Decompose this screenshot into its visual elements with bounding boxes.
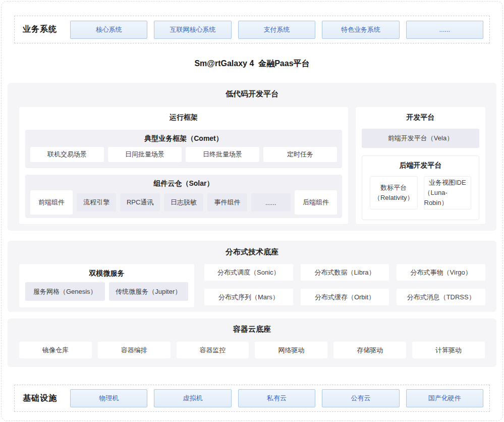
container-cloud-section: 容器云底座 镜像仓库 容器编排 容器监控 网络驱动 存储驱动 计算驱动	[8, 319, 496, 367]
dual-mode-item: 传统微服务（Jupiter）	[109, 282, 189, 301]
business-systems-label: 业务系统	[15, 24, 65, 35]
container-cloud-title: 容器云底座	[8, 319, 496, 334]
distributed-item: 分布式缓存（Orbit）	[301, 289, 389, 305]
container-cloud-item: 容器编排	[98, 342, 171, 358]
comet-item: 日终批量场景	[186, 147, 259, 162]
runtime-framework-title: 运行框架	[19, 107, 348, 122]
dual-mode-card: 双模微服务 服务网格（Genesis） 传统微服务（Jupiter）	[19, 264, 194, 307]
solar-back-item: 后端组件	[295, 190, 337, 215]
comet-item: 联机交易场景	[30, 147, 104, 162]
distributed-items: 分布式调度（Sonic） 分布式数据（Libra） 分布式事物（Virgo） 分…	[204, 264, 485, 305]
business-system-box: 特色业务系统	[322, 21, 399, 39]
container-cloud-item: 镜像仓库	[19, 342, 92, 358]
backend-item-line: （Luna-Robin）	[424, 188, 471, 208]
infrastructure-box: 虚拟机	[154, 389, 231, 407]
backend-dev-platform-box: 后端开发平台 数标平台 （Relativity） 业务视图IDE （Luna-R…	[362, 155, 479, 220]
dual-mode-title: 双模微服务	[19, 264, 194, 278]
solar-component-box: 组件云仓（Solar） 前端组件 流程引擎 RPC通讯 日志脱敏 事件组件 ..…	[25, 175, 342, 218]
distributed-item: 分布式数据（Libra）	[301, 264, 389, 281]
comet-items: 联机交易场景 日间批量场景 日终批量场景 定时任务	[25, 147, 342, 162]
solar-item: RPC通讯	[120, 193, 159, 212]
architecture-diagram: 业务系统 核心系统 互联网核心系统 支付系统 特色业务系统 ...... Sm@…	[0, 0, 504, 422]
solar-front-item: 前端组件	[30, 190, 73, 215]
dual-mode-item: 服务网格（Genesis）	[25, 282, 105, 301]
business-systems-band: 业务系统 核心系统 互联网核心系统 支付系统 特色业务系统 ......	[14, 16, 490, 43]
backend-dev-item: 数标平台 （Relativity）	[370, 176, 418, 209]
business-system-box: ......	[406, 21, 483, 39]
runtime-framework-card: 运行框架 典型业务框架（Comet） 联机交易场景 日间批量场景 日终批量场景 …	[19, 107, 348, 224]
infrastructure-box: 私有云	[238, 389, 315, 407]
low-code-section: 低代码开发平台 运行框架 典型业务框架（Comet） 联机交易场景 日间批量场景…	[8, 83, 496, 231]
distributed-title: 分布式技术底座	[8, 241, 496, 257]
dual-mode-items: 服务网格（Genesis） 传统微服务（Jupiter）	[19, 282, 194, 301]
container-cloud-item: 计算驱动	[412, 342, 485, 358]
infrastructure-label: 基础设施	[15, 393, 65, 404]
solar-items: 前端组件 流程引擎 RPC通讯 日志脱敏 事件组件 ...... 后端组件	[25, 190, 342, 215]
backend-dev-item: 业务视图IDE （Luna-Robin）	[424, 176, 472, 209]
infrastructure-box: 国产化硬件	[406, 389, 483, 407]
solar-item: 流程引擎	[77, 193, 116, 212]
platform-title: Sm@rtGalaxy 4 金融Paas平台	[0, 59, 504, 69]
comet-item: 定时任务	[263, 147, 337, 162]
distributed-item: 分布式序列（Mars）	[204, 289, 293, 305]
container-cloud-items: 镜像仓库 容器编排 容器监控 网络驱动 存储驱动 计算驱动	[8, 342, 496, 358]
backend-item-line: （Relativity）	[374, 193, 414, 203]
distributed-item: 分布式消息（TDRSS）	[397, 289, 485, 305]
container-cloud-item: 容器监控	[177, 342, 249, 358]
vela-platform-box: 前端开发平台（Vela）	[362, 129, 479, 148]
business-system-box: 支付系统	[238, 21, 315, 39]
comet-item: 日间批量场景	[108, 147, 182, 162]
backend-item-line: 数标平台	[380, 183, 407, 193]
infrastructure-box: 物理机	[70, 389, 147, 407]
solar-item: 日志脱敏	[164, 193, 203, 212]
infrastructure-box: 公有云	[322, 389, 399, 407]
solar-item: 事件组件	[207, 193, 247, 212]
comet-framework-box: 典型业务框架（Comet） 联机交易场景 日间批量场景 日终批量场景 定时任务	[25, 130, 342, 168]
low-code-title: 低代码开发平台	[8, 83, 496, 99]
container-cloud-item: 存储驱动	[333, 342, 406, 358]
backend-item-line: 业务视图IDE	[429, 178, 466, 188]
dev-platform-title: 开发平台	[356, 107, 485, 122]
solar-item: ......	[251, 193, 291, 212]
backend-dev-title: 后端开发平台	[362, 156, 479, 170]
solar-title: 组件云仓（Solar）	[25, 175, 342, 188]
backend-dev-items: 数标平台 （Relativity） 业务视图IDE （Luna-Robin）	[362, 176, 479, 209]
distributed-item: 分布式事物（Virgo）	[397, 264, 485, 281]
business-systems-items: 核心系统 互联网核心系统 支付系统 特色业务系统 ......	[70, 21, 483, 39]
container-cloud-item: 网络驱动	[255, 342, 327, 358]
business-system-box: 核心系统	[70, 21, 147, 39]
comet-title: 典型业务框架（Comet）	[25, 130, 342, 143]
infrastructure-items: 物理机 虚拟机 私有云 公有云 国产化硬件	[70, 389, 483, 407]
distributed-item: 分布式调度（Sonic）	[204, 264, 293, 281]
distributed-section: 分布式技术底座 双模微服务 服务网格（Genesis） 传统微服务（Jupite…	[8, 241, 496, 312]
business-system-box: 互联网核心系统	[154, 21, 231, 39]
infrastructure-band: 基础设施 物理机 虚拟机 私有云 公有云 国产化硬件	[14, 385, 490, 412]
dev-platform-card: 开发平台 前端开发平台（Vela） 后端开发平台 数标平台 （Relativit…	[356, 107, 485, 224]
